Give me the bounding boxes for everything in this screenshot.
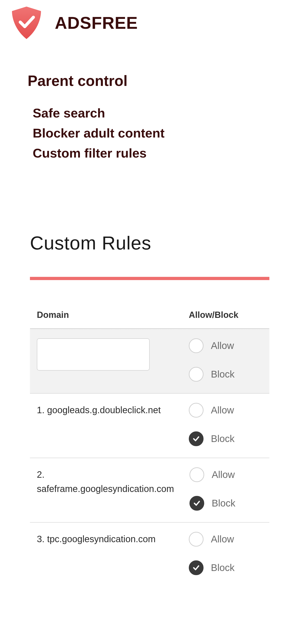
cell-actions: Allow Block (189, 532, 262, 575)
col-header-action: Allow/Block (189, 310, 262, 320)
rule-index: 3. (37, 534, 44, 544)
radio-block[interactable]: Block (190, 496, 262, 511)
table-row-new: Allow Block (30, 329, 269, 394)
radio-label-allow: Allow (211, 534, 234, 545)
radio-allow-new[interactable]: Allow (189, 338, 262, 353)
custom-rules-section: Custom Rules Domain Allow/Block Allow (0, 163, 297, 587)
rule-domain: safeframe.googlesyndication.com (37, 484, 174, 494)
check-icon (192, 435, 200, 442)
radio-block[interactable]: Block (189, 432, 262, 446)
col-header-domain: Domain (37, 310, 189, 320)
radio-circle-allow[interactable] (189, 403, 204, 418)
cell-actions-new: Allow Block (189, 338, 262, 382)
parent-item-blocker-adult[interactable]: Blocker adult content (33, 123, 297, 143)
rule-index: 2. (37, 470, 44, 480)
parent-control-title: Parent control (28, 72, 297, 89)
radio-circle-allow[interactable] (190, 467, 204, 482)
table-row: 3. tpc.googlesyndication.com Allow Block (30, 522, 269, 587)
table-row: 1. googleads.g.doubleclick.net Allow Blo… (30, 394, 269, 458)
radio-circle-block[interactable] (189, 560, 204, 575)
radio-allow[interactable]: Allow (190, 467, 262, 482)
radio-label-block: Block (212, 498, 235, 509)
radio-label-allow: Allow (212, 469, 234, 480)
cell-domain: 1. googleads.g.doubleclick.net (37, 403, 189, 446)
custom-rules-title: Custom Rules (30, 232, 269, 254)
rule-domain: googleads.g.doubleclick.net (47, 405, 161, 415)
app-header: ADSFREE (0, 0, 297, 40)
radio-label-block: Block (211, 369, 234, 380)
radio-circle-allow[interactable] (189, 532, 204, 546)
radio-label-allow: Allow (211, 340, 234, 351)
table-row: 2. safeframe.googlesyndication.com Allow… (30, 458, 269, 522)
check-icon (193, 500, 200, 507)
app-name: ADSFREE (55, 13, 138, 33)
table-head: Domain Allow/Block (30, 310, 269, 328)
cell-domain: 2. safeframe.googlesyndication.com (37, 467, 190, 511)
parent-control-section: Parent control Safe search Blocker adult… (0, 40, 297, 163)
parent-item-custom-filter[interactable]: Custom filter rules (33, 143, 297, 163)
rule-domain: tpc.googlesyndication.com (47, 534, 156, 544)
rule-index: 1. (37, 405, 44, 415)
domain-input[interactable] (37, 338, 150, 370)
radio-circle-block[interactable] (190, 496, 204, 511)
radio-circle-block[interactable] (189, 367, 204, 382)
check-icon (192, 564, 200, 572)
radio-allow[interactable]: Allow (189, 532, 262, 546)
parent-control-list: Safe search Blocker adult content Custom… (28, 103, 297, 163)
radio-circle-block[interactable] (189, 432, 204, 446)
radio-label-block: Block (211, 433, 234, 444)
shield-check-icon (9, 6, 44, 40)
radio-circle-allow[interactable] (189, 338, 204, 353)
cell-domain-new (37, 338, 189, 382)
cell-actions: Allow Block (189, 403, 262, 446)
radio-block-new[interactable]: Block (189, 367, 262, 382)
radio-allow[interactable]: Allow (189, 403, 262, 418)
radio-label-allow: Allow (211, 405, 234, 416)
cell-actions: Allow Block (190, 467, 262, 511)
accent-bar (30, 277, 269, 280)
rules-table: Domain Allow/Block Allow B (30, 310, 269, 587)
radio-label-block: Block (211, 562, 234, 573)
parent-item-safe-search[interactable]: Safe search (33, 103, 297, 123)
cell-domain: 3. tpc.googlesyndication.com (37, 532, 189, 575)
radio-block[interactable]: Block (189, 560, 262, 575)
